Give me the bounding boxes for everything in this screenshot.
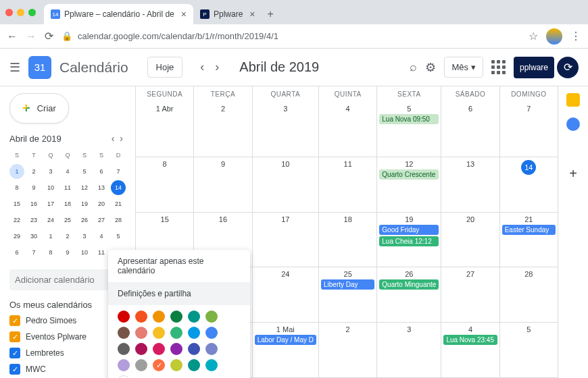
- reload-button[interactable]: ⟳: [45, 30, 53, 43]
- color-option[interactable]: [188, 343, 200, 355]
- day-cell[interactable]: 9: [194, 157, 252, 213]
- color-option[interactable]: [188, 359, 200, 371]
- browser-menu-icon[interactable]: ⋮: [570, 30, 581, 43]
- new-tab-button[interactable]: +: [268, 8, 274, 20]
- day-cell[interactable]: 10: [253, 157, 319, 213]
- color-option[interactable]: [188, 310, 200, 323]
- day-cell[interactable]: 8: [136, 157, 194, 213]
- day-cell[interactable]: 13: [441, 157, 499, 213]
- day-cell[interactable]: 7: [500, 102, 558, 157]
- mini-day[interactable]: 21: [111, 196, 126, 211]
- mini-day[interactable]: 12: [77, 180, 92, 195]
- day-cell[interactable]: 4: [319, 102, 377, 157]
- calendar-event[interactable]: Lua Cheia 12:12: [379, 236, 439, 246]
- mini-day[interactable]: 22: [9, 213, 24, 227]
- calendar-event[interactable]: Lua Nova 23:45: [443, 335, 497, 345]
- mini-day[interactable]: 15: [9, 196, 24, 211]
- close-tab-icon[interactable]: ×: [181, 9, 187, 20]
- day-cell[interactable]: 2: [319, 323, 377, 378]
- mini-day[interactable]: 23: [26, 213, 41, 227]
- mini-day[interactable]: 9: [26, 180, 41, 195]
- day-cell[interactable]: 17: [253, 213, 319, 268]
- calendar-checkbox[interactable]: ✓: [9, 331, 20, 342]
- mini-day[interactable]: 27: [94, 213, 109, 227]
- calendar-event[interactable]: Liberty Day: [321, 279, 374, 290]
- mini-day[interactable]: 19: [77, 196, 92, 211]
- day-cell[interactable]: 12Quarto Crescente: [377, 157, 441, 213]
- mini-day[interactable]: 18: [60, 196, 75, 211]
- calendar-checkbox[interactable]: ✓: [9, 364, 20, 375]
- prev-month-button[interactable]: ‹: [200, 60, 204, 74]
- mini-day[interactable]: 24: [43, 213, 58, 227]
- color-option[interactable]: [135, 359, 147, 371]
- mini-day[interactable]: 29: [9, 229, 24, 244]
- color-option[interactable]: [170, 359, 182, 371]
- color-option[interactable]: [205, 310, 218, 323]
- mini-day[interactable]: 16: [26, 196, 41, 211]
- calendar-event[interactable]: Easter Sunday: [502, 225, 556, 235]
- color-option[interactable]: [135, 343, 147, 355]
- mini-day[interactable]: 2: [60, 229, 75, 244]
- close-tab-icon[interactable]: ×: [249, 9, 255, 20]
- mini-day[interactable]: 5: [111, 229, 126, 244]
- day-cell[interactable]: 5: [500, 323, 558, 378]
- add-calendar-input[interactable]: [9, 269, 111, 290]
- add-custom-color[interactable]: +: [118, 375, 130, 378]
- google-apps-icon[interactable]: [491, 60, 506, 74]
- day-cell[interactable]: 11: [319, 157, 377, 213]
- browser-tab-active[interactable]: 14 Pplware – calendário - Abril de ×: [44, 4, 193, 24]
- color-option[interactable]: [170, 343, 182, 355]
- color-option[interactable]: [205, 343, 218, 355]
- today-button[interactable]: Hoje: [147, 57, 183, 78]
- mini-day[interactable]: 10: [43, 180, 58, 195]
- day-cell[interactable]: 2: [194, 102, 252, 157]
- color-option[interactable]: [153, 343, 165, 355]
- mini-day[interactable]: 25: [60, 213, 75, 227]
- mini-day[interactable]: 14: [111, 180, 126, 195]
- calendar-event[interactable]: Labor Day / May D: [255, 335, 316, 345]
- color-option[interactable]: [170, 327, 182, 339]
- add-addon-icon[interactable]: +: [569, 166, 577, 182]
- mini-day[interactable]: 3: [43, 164, 58, 179]
- mini-day[interactable]: 30: [26, 229, 41, 244]
- color-option[interactable]: [153, 359, 165, 371]
- calendar-event[interactable]: Lua Nova 09:50: [379, 114, 439, 124]
- color-option[interactable]: [205, 359, 218, 371]
- mini-day[interactable]: 11: [60, 180, 75, 195]
- calendar-checkbox[interactable]: ✓: [9, 348, 20, 358]
- mini-day[interactable]: 6: [9, 245, 24, 260]
- mini-day[interactable]: 13: [94, 180, 109, 195]
- day-cell[interactable]: 24: [253, 267, 319, 323]
- calendar-checkbox[interactable]: ✓: [9, 315, 20, 326]
- address-bar[interactable]: 🔒 calendar.google.com/calendar/b/1/r/mon…: [62, 31, 520, 41]
- calendar-event[interactable]: Good Friday: [379, 225, 439, 235]
- day-cell[interactable]: 21Easter Sunday: [500, 213, 558, 268]
- day-cell[interactable]: 5Lua Nova 09:50: [377, 102, 441, 157]
- mini-day[interactable]: 7: [26, 245, 41, 260]
- day-cell[interactable]: 28: [500, 267, 558, 323]
- color-option[interactable]: [118, 359, 130, 371]
- day-cell[interactable]: 6: [441, 102, 499, 157]
- forward-button[interactable]: →: [26, 30, 36, 43]
- color-option[interactable]: [135, 327, 147, 339]
- color-option[interactable]: [153, 327, 165, 339]
- mini-day[interactable]: 3: [77, 229, 92, 244]
- mini-day[interactable]: 8: [9, 180, 24, 195]
- mini-day[interactable]: 2: [26, 164, 41, 179]
- mini-day[interactable]: 6: [94, 164, 109, 179]
- color-option[interactable]: [118, 343, 130, 355]
- back-button[interactable]: ←: [7, 30, 18, 43]
- mini-day[interactable]: 4: [94, 229, 109, 244]
- mini-day[interactable]: 8: [43, 245, 58, 260]
- day-cell[interactable]: 1 Abr: [136, 102, 194, 157]
- create-button[interactable]: + Criar: [9, 93, 69, 124]
- mini-day[interactable]: 26: [77, 213, 92, 227]
- keep-icon[interactable]: [566, 93, 580, 107]
- mini-day[interactable]: 28: [111, 213, 126, 227]
- color-option[interactable]: [170, 310, 182, 323]
- day-cell[interactable]: 1 MaiLabor Day / May D: [253, 323, 319, 378]
- calendar-event[interactable]: Quarto Minguante: [379, 279, 439, 290]
- mini-day[interactable]: 11: [94, 245, 109, 260]
- day-cell[interactable]: 20: [441, 213, 499, 268]
- color-option[interactable]: [118, 310, 130, 323]
